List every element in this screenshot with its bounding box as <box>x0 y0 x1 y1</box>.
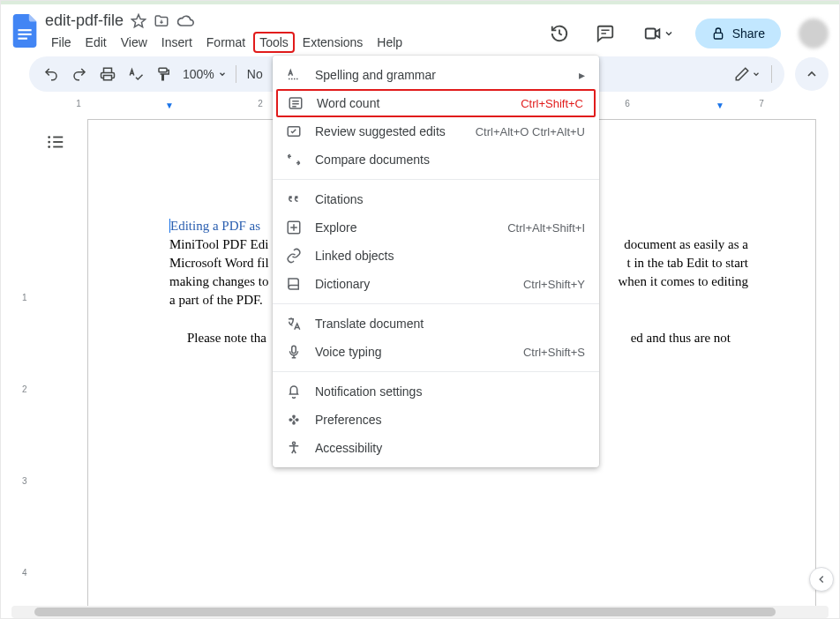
document-title[interactable]: edit-pdf-file <box>45 11 124 30</box>
explore-icon <box>285 220 303 235</box>
preferences-icon <box>285 412 303 428</box>
svg-point-8 <box>48 141 50 144</box>
undo-button[interactable] <box>38 61 64 87</box>
chevron-down-icon <box>664 28 674 39</box>
review-edits-icon <box>285 123 303 139</box>
svg-rect-6 <box>159 68 167 72</box>
toolbar-separator <box>771 65 772 83</box>
editing-mode-button[interactable] <box>729 61 766 87</box>
shortcut-label: Ctrl+Alt+Shift+I <box>507 221 585 235</box>
collapse-toolbar-button[interactable] <box>795 57 829 91</box>
ruler-tick: 4 <box>22 568 27 578</box>
svg-rect-1 <box>18 34 31 35</box>
ruler-tick: 1 <box>76 99 81 108</box>
ruler-tick: 2 <box>22 384 27 394</box>
citations-icon <box>285 191 303 207</box>
menu-file[interactable]: File <box>45 32 78 53</box>
svg-rect-3 <box>645 29 655 39</box>
svg-rect-0 <box>18 29 31 31</box>
menu-notification-settings[interactable]: Notification settings <box>273 377 599 406</box>
svg-rect-5 <box>104 76 112 80</box>
style-select[interactable]: No <box>242 67 266 81</box>
menu-separator <box>273 371 599 372</box>
svg-point-9 <box>48 145 50 148</box>
style-select-value: No <box>247 67 263 81</box>
share-button[interactable]: Share <box>695 19 781 48</box>
submenu-arrow-icon: ▸ <box>579 68 585 82</box>
translate-icon <box>285 316 303 332</box>
meet-button[interactable] <box>634 19 683 48</box>
spellcheck-icon <box>285 67 303 83</box>
scrollbar-thumb[interactable] <box>34 608 776 616</box>
account-avatar[interactable] <box>799 19 829 48</box>
menu-linked-objects[interactable]: Linked objects <box>273 242 599 270</box>
redo-button[interactable] <box>66 61 93 87</box>
history-icon[interactable] <box>543 17 576 50</box>
horizontal-scrollbar[interactable] <box>11 606 829 618</box>
compare-icon <box>285 152 303 168</box>
share-button-label: Share <box>732 26 765 41</box>
word-count-icon <box>287 95 304 111</box>
shortcut-label: Ctrl+Shift+S <box>523 346 585 359</box>
menu-bar: File Edit View Insert Format Tools Exten… <box>45 32 543 53</box>
ruler-tick: 1 <box>22 293 27 302</box>
menu-review-suggested-edits[interactable]: Review suggested edits Ctrl+Alt+O Ctrl+A… <box>273 117 599 145</box>
menu-insert[interactable]: Insert <box>155 32 199 53</box>
tools-menu-dropdown: Spelling and grammar ▸ Word count Ctrl+S… <box>273 56 599 467</box>
menu-voice-typing[interactable]: Voice typing Ctrl+Shift+S <box>273 338 599 366</box>
ruler-tick: 2 <box>258 99 263 108</box>
menu-format[interactable]: Format <box>200 32 251 53</box>
ruler-tick: 6 <box>625 99 630 108</box>
shortcut-label: Ctrl+Shift+Y <box>523 278 585 291</box>
docs-logo-icon[interactable] <box>8 13 43 48</box>
linked-objects-icon <box>285 248 303 264</box>
menu-edit[interactable]: Edit <box>79 32 113 53</box>
menu-separator <box>273 303 599 304</box>
bell-icon <box>285 384 303 399</box>
comments-icon[interactable] <box>589 17 622 50</box>
ruler-tick: 3 <box>22 476 27 486</box>
svg-rect-2 <box>18 38 26 40</box>
menu-separator <box>273 179 599 180</box>
ruler-tick: 7 <box>759 99 764 108</box>
shortcut-label: Ctrl+Alt+O Ctrl+Alt+U <box>476 125 585 138</box>
menu-preferences[interactable]: Preferences <box>273 406 599 434</box>
chevron-down-icon <box>218 70 227 78</box>
menu-spelling-grammar[interactable]: Spelling and grammar ▸ <box>273 61 599 89</box>
menu-extensions[interactable]: Extensions <box>296 32 369 53</box>
menu-tools[interactable]: Tools <box>253 32 295 53</box>
menu-view[interactable]: View <box>115 32 154 53</box>
shortcut-label: Ctrl+Shift+C <box>521 97 583 110</box>
lock-icon <box>711 26 725 41</box>
accessibility-icon <box>285 440 303 456</box>
microphone-icon <box>285 344 303 360</box>
vertical-ruler[interactable]: 1 2 3 4 <box>17 131 31 609</box>
menu-explore[interactable]: Explore Ctrl+Alt+Shift+I <box>273 213 599 242</box>
move-folder-icon[interactable] <box>154 13 169 29</box>
right-indent-marker[interactable]: ▼ <box>716 101 724 110</box>
paint-format-button[interactable] <box>151 61 177 87</box>
cloud-status-icon[interactable] <box>176 12 194 30</box>
print-button[interactable] <box>94 61 121 87</box>
chevron-down-icon <box>752 70 761 78</box>
menu-help[interactable]: Help <box>371 32 409 53</box>
zoom-select[interactable]: 100% <box>179 67 230 81</box>
menu-dictionary[interactable]: Dictionary Ctrl+Shift+Y <box>273 270 599 298</box>
menu-citations[interactable]: Citations <box>273 185 599 213</box>
menu-accessibility[interactable]: Accessibility <box>273 434 599 462</box>
document-heading: Editing a PDF as <box>170 219 260 233</box>
menu-translate-document[interactable]: Translate document <box>273 310 599 338</box>
svg-point-7 <box>48 136 50 138</box>
zoom-value: 100% <box>183 67 214 81</box>
star-icon[interactable] <box>131 13 146 29</box>
toolbar-separator <box>236 65 236 83</box>
explore-fab-button[interactable] <box>809 567 834 592</box>
app-header: edit-pdf-file File Edit View Insert Form… <box>1 4 839 53</box>
spellcheck-button[interactable] <box>123 61 149 87</box>
menu-word-count[interactable]: Word count Ctrl+Shift+C <box>276 89 596 117</box>
menu-compare-documents[interactable]: Compare documents <box>273 145 599 174</box>
pencil-icon <box>734 66 750 82</box>
svg-rect-4 <box>714 33 722 39</box>
dictionary-icon <box>285 276 303 292</box>
indent-marker[interactable]: ▼ <box>165 101 174 110</box>
